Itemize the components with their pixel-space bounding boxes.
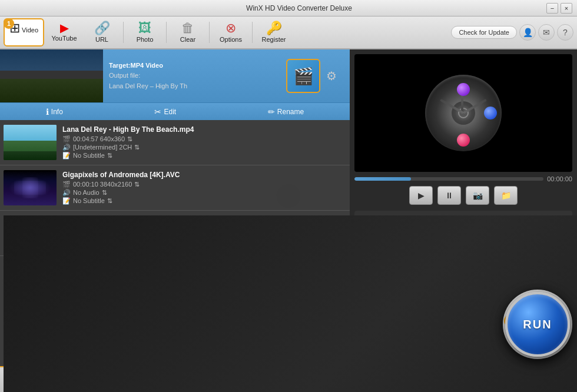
folder-button[interactable]: 📁 [494,186,518,205]
separator-3 [209,22,210,43]
ball-purple [457,83,470,96]
file-name-2: Gigapixels of Andromeda [4K].AVC [62,171,346,179]
file-item-1[interactable]: Lana Del Rey - High By The Beach.mp4 🎬 0… [0,120,350,165]
check-update-button[interactable]: Check for Update [451,26,517,39]
info-icon: ℹ [46,107,49,117]
preview-thumbnail [0,49,103,102]
format-icon-symbol: 🎬 [293,67,314,86]
thumb-beach-img [4,125,57,160]
thumbnail-image [0,49,103,102]
audio-icon-1: 🔊 [62,144,71,151]
file-audio-2: 🔊 No Audio ⇅ [62,189,346,197]
toolbar-right: Check for Update 👤 ✉ ? [449,24,573,41]
audio-expand-1[interactable]: ⇅ [134,144,140,151]
clear-label: Clear [180,36,195,43]
file-subtitle-1: 📝 No Subtitle ⇅ [62,152,346,160]
progress-fill [354,177,411,181]
left-panel: Target:MP4 Video Output file: Lana Del R… [0,49,350,366]
separator-2 [166,22,167,43]
clear-icon: 🗑 [181,22,194,35]
main-layout: Target:MP4 Video Output file: Lana Del R… [0,49,577,366]
thumb-3 [4,215,57,251]
settings-icon[interactable]: ⚙ [326,69,337,83]
separator-4 [252,22,253,43]
youtube-icon: ▶ [60,23,68,34]
register-label: Register [262,36,286,43]
preview-progress: 00:00:00 [354,175,572,182]
title-bar: WinX HD Video Converter Deluxe − × [0,0,577,16]
email-icon[interactable]: ✉ [538,24,555,41]
audio-expand-2[interactable]: ⇅ [102,189,107,197]
subtitle-icon-1: 📝 [62,152,71,160]
options-button[interactable]: ⊗ Options [213,18,248,46]
rename-label: Rename [277,108,304,116]
register-button[interactable]: 🔑 Register [256,18,291,46]
window-controls: − × [546,3,572,14]
preview-header: Target:MP4 Video Output file: Lana Del R… [0,49,350,102]
file-name-1: Lana Del Rey - High By The Beach.mp4 [62,125,346,134]
reel-outer [425,75,502,151]
pause-button[interactable]: ⏸ [437,186,461,205]
thumb-space-img [4,170,57,205]
toolbar: 1 ⊞ Video ▶ YouTube 🔗 URL 🖼 Photo 🗑 Clea… [0,16,577,49]
photo-icon: 🖼 [138,22,151,35]
run-button-outer: RUN [503,290,572,359]
progress-bar[interactable] [354,177,543,181]
account-icon[interactable]: 👤 [519,24,536,41]
rename-button[interactable]: ✏ Rename [256,107,316,117]
ball-pink [457,134,470,147]
app-title: WinX HD Video Converter Deluxe [52,4,546,12]
youtube-label: YouTube [51,35,77,42]
clear-button[interactable]: 🗑 Clear [170,18,205,46]
register-icon: 🔑 [266,22,282,35]
file-subtitle-2: 📝 No Subtitle ⇅ [62,197,346,205]
edit-icon: ✂ [154,107,161,117]
action-bar: ℹ Info ✂ Edit ✏ Rename [0,102,350,120]
expand-icon-1[interactable]: ⇅ [127,135,132,143]
expand-icon-2[interactable]: ⇅ [134,181,140,188]
thumb-2 [4,170,57,205]
snapshot-button[interactable]: 📷 [466,186,489,205]
video-button[interactable]: 1 ⊞ Video [4,18,44,46]
video-label: Video [22,26,38,34]
photo-label: Photo [137,36,154,43]
minimize-button[interactable]: − [546,3,558,14]
help-icon[interactable]: ? [557,24,573,41]
subtitle-expand-1[interactable]: ⇅ [107,152,112,160]
edit-button[interactable]: ✂ Edit [142,107,188,117]
subtitle-icon-2: 📝 [62,197,71,205]
options-icon: ⊗ [226,22,236,35]
audio-icon-2: 🔊 [62,189,71,197]
info-button[interactable]: ℹ Info [34,107,75,117]
subtitle-expand-2[interactable]: ⇅ [107,197,112,205]
file-audio-1: 🔊 [Undetermined] 2CH ⇅ [62,144,346,151]
right-panel: 00:00:00 ▶ ⏸ 📷 📁 ⬛ Hardware Encoder: Int… [350,49,577,366]
play-button[interactable]: ▶ [409,186,433,205]
rename-icon: ✏ [268,107,275,117]
url-icon: 🔗 [94,22,110,35]
run-button[interactable]: RUN [505,292,570,357]
separator-1 [123,22,124,43]
badge-1: 1 [4,18,14,29]
options-label: Options [220,36,242,43]
thumb-dark-img [4,215,57,251]
file-list: Lana Del Rey - High By The Beach.mp4 🎬 0… [0,120,350,366]
file-duration-1: 🎬 00:04:57 640x360 ⇅ [62,135,346,143]
film-reel [425,75,502,151]
info-label: Info [51,108,63,116]
youtube-button[interactable]: ▶ YouTube [47,18,82,46]
url-label: URL [95,36,108,43]
photo-button[interactable]: 🖼 Photo [127,18,163,46]
url-button[interactable]: 🔗 URL [84,18,120,46]
file-info-1: Lana Del Rey - High By The Beach.mp4 🎬 0… [62,125,346,160]
run-section: 3 RUN [354,290,572,361]
clock-icon-2: 🎬 [62,181,71,188]
close-button[interactable]: × [561,3,572,14]
time-display: 00:00:00 [547,175,572,182]
format-icon[interactable]: 🎬 [286,59,320,93]
playback-controls: ▶ ⏸ 📷 📁 [354,186,572,205]
clock-icon-1: 🎬 [62,135,71,143]
thumb-1 [4,125,57,160]
file-item-3[interactable]: Maroon 5 - Maps (Explicit).mp4 🎬 00:03:2… [0,211,350,256]
file-duration-2: 🎬 00:00:10 3840x2160 ⇅ [62,181,346,188]
